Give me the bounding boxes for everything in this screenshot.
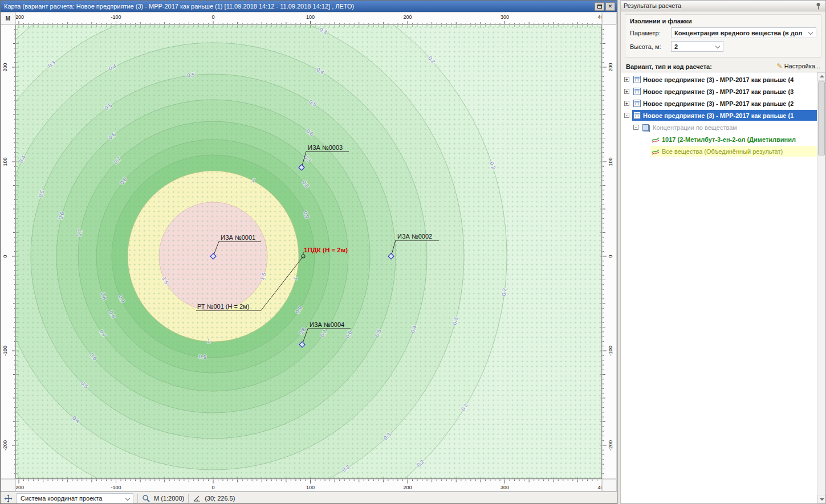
svg-text:0: 0 xyxy=(211,485,214,490)
tree-item[interactable]: +Новое предприятие (3) - МРР-2017 как ра… xyxy=(621,85,817,97)
svg-text:-100: -100 xyxy=(2,346,8,356)
ruler-corner-br xyxy=(602,479,617,491)
pin-button[interactable] xyxy=(814,2,823,10)
collapse-icon[interactable]: - xyxy=(624,113,629,118)
tree-item[interactable]: +Новое предприятие (3) - МРР-2017 как ра… xyxy=(621,73,817,85)
height-value: 2 xyxy=(674,43,678,50)
tree-item[interactable]: Все вещества (Объединённый результат) xyxy=(621,145,817,157)
source-label: ИЗА №0004 xyxy=(310,321,344,328)
isolines-flags-group: Изолинии и флажки Параметр: Концентрация… xyxy=(625,14,821,58)
parameter-select[interactable]: Концентрация вредного вещества (в дол xyxy=(671,27,816,38)
expand-icon[interactable]: + xyxy=(624,101,629,106)
svg-text:400: 400 xyxy=(597,14,602,20)
calculation-icon xyxy=(633,112,641,119)
tree-item-label: Все вещества (Объединённый результат) xyxy=(662,148,783,155)
isoline-value-label: 0.2 xyxy=(501,288,508,296)
svg-text:-200: -200 xyxy=(608,440,613,450)
svg-text:0: 0 xyxy=(608,255,613,257)
coordinate-system-select[interactable]: Система координат проекта xyxy=(17,493,133,504)
close-button[interactable]: ✕ xyxy=(605,2,615,11)
statusbar-separator xyxy=(137,494,138,503)
source-label: ИЗА №0001 xyxy=(221,234,255,241)
svg-text:100: 100 xyxy=(306,485,315,490)
svg-text:100: 100 xyxy=(2,157,8,166)
svg-text:-100: -100 xyxy=(111,14,121,20)
scroll-up-button[interactable] xyxy=(817,72,825,81)
application-window: Карта (вариант расчета: Новое предприяти… xyxy=(0,0,826,504)
svg-text:300: 300 xyxy=(501,14,509,20)
map-title: Карта (вариант расчета: Новое предприяти… xyxy=(4,3,593,10)
svg-text:200: 200 xyxy=(403,485,412,490)
receptor-label: РТ №001 (Н = 2м) xyxy=(197,303,249,310)
tree-item[interactable]: -Новое предприятие (3) - МРР-2017 как ра… xyxy=(621,109,817,121)
svg-text:-200: -200 xyxy=(16,485,24,490)
tree-scrollbar[interactable] xyxy=(817,72,825,503)
ruler-corner-tr xyxy=(602,12,617,24)
tree-item[interactable]: 1017 (2-Метилбут-3-ен-2-ол (Диметилвинил xyxy=(621,133,817,145)
svg-text:300: 300 xyxy=(501,485,509,490)
svg-text:-200: -200 xyxy=(2,440,8,450)
height-select[interactable]: 2 xyxy=(671,41,723,52)
settings-link[interactable]: ✎ Настройка... xyxy=(777,62,820,70)
expand-icon[interactable]: + xyxy=(624,77,629,82)
restore-icon xyxy=(597,5,602,9)
source-label: ИЗА №0003 xyxy=(308,144,343,151)
variant-label: Вариант, тип и код расчета: xyxy=(626,63,712,70)
svg-text:200: 200 xyxy=(2,63,8,71)
coordinate-system-value: Система координат проекта xyxy=(21,495,102,502)
calculation-icon xyxy=(633,76,641,83)
svg-text:200: 200 xyxy=(403,14,412,20)
isolines-icon xyxy=(652,147,660,155)
scrollbar-thumb[interactable] xyxy=(818,81,825,155)
chevron-down-icon xyxy=(808,30,813,35)
cursor-coordinates: (30; 226.5) xyxy=(205,495,235,502)
ruler-right: -200-1000100200 xyxy=(602,24,617,479)
magnifier-icon xyxy=(142,494,150,502)
map-statusbar: Система координат проекта М (1:2000) (30… xyxy=(1,491,617,504)
isoline-value-label: 1 xyxy=(207,338,210,344)
tree-item-label: Новое предприятие (3) - МРР-2017 как ран… xyxy=(643,100,794,107)
pin-icon xyxy=(815,2,821,10)
pan-tool-icon[interactable] xyxy=(4,494,13,503)
height-label: Высота, м: xyxy=(630,43,671,50)
document-stack-icon xyxy=(642,124,649,131)
variant-row: Вариант, тип и код расчета: ✎ Настройка.… xyxy=(626,62,820,70)
chevron-down-icon xyxy=(125,495,130,500)
isolines-icon xyxy=(652,136,660,143)
svg-text:100: 100 xyxy=(306,14,315,20)
map-canvas[interactable]: 0.20.20.20.20.20.30.30.30.30.30.40.40.40… xyxy=(15,24,602,479)
ruler-top: -200-1000100200300400 xyxy=(15,12,602,24)
angle-icon xyxy=(193,494,201,502)
svg-text:-100: -100 xyxy=(111,485,121,490)
svg-text:-200: -200 xyxy=(16,14,24,20)
expand-icon[interactable]: + xyxy=(624,89,629,94)
settings-link-label: Настройка... xyxy=(784,63,820,69)
ruler-bottom: -200-1000100200300400 xyxy=(15,479,602,491)
calculation-tree: +Новое предприятие (3) - МРР-2017 как ра… xyxy=(621,72,825,503)
collapse-icon[interactable]: - xyxy=(633,125,638,130)
isoline-value-label: 0.9 xyxy=(198,353,206,360)
svg-text:0: 0 xyxy=(211,14,214,20)
tree-item-label: Новое предприятие (3) - МРР-2017 как ран… xyxy=(643,88,794,95)
svg-text:400: 400 xyxy=(597,485,602,490)
map-window: Карта (вариант расчета: Новое предприяти… xyxy=(0,0,617,504)
map-titlebar[interactable]: Карта (вариант расчета: Новое предприяти… xyxy=(1,1,617,12)
parameter-label: Параметр: xyxy=(630,30,671,36)
map-scale: М (1:2000) xyxy=(154,495,184,502)
scroll-down-button[interactable] xyxy=(817,495,825,503)
isolines-flags-title: Изолинии и флажки xyxy=(630,18,816,24)
source-label: ИЗА №0002 xyxy=(397,233,432,240)
parameter-value: Концентрация вредного вещества (в дол xyxy=(674,30,802,36)
restore-button[interactable] xyxy=(595,2,604,11)
pencil-icon: ✎ xyxy=(777,62,783,70)
svg-text:-100: -100 xyxy=(608,346,613,356)
tree-item[interactable]: -Концентрации по веществам xyxy=(621,121,817,133)
svg-text:0: 0 xyxy=(2,255,8,257)
svg-text:200: 200 xyxy=(608,63,613,71)
tree-item[interactable]: +Новое предприятие (3) - МРР-2017 как ра… xyxy=(621,97,817,109)
results-panel: Результаты расчета Изолинии и флажки Пар… xyxy=(621,0,826,504)
results-panel-header: Результаты расчета xyxy=(621,1,825,11)
pdk-isoline-label: 1ПДК (Н = 2м) xyxy=(304,247,348,253)
tree-item-label: 1017 (2-Метилбут-3-ен-2-ол (Диметилвинил xyxy=(662,136,796,143)
chevron-down-icon xyxy=(715,44,720,48)
